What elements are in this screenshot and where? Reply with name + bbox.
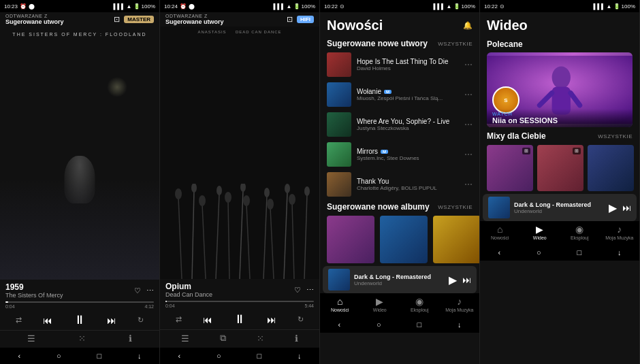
nav-music-3[interactable]: ♪ Moja Muzyka xyxy=(440,296,480,312)
more-btn-4[interactable]: ⋯ xyxy=(464,150,473,159)
svg-point-25 xyxy=(552,66,571,88)
bluetooth-icon-2: ⬤ xyxy=(189,3,195,10)
video-nav-icon-4: ▶ xyxy=(536,224,543,235)
mix-thumb-3[interactable] xyxy=(588,145,634,191)
nav-nowosci-4[interactable]: ⌂ Nowości xyxy=(480,224,520,240)
down-btn-1[interactable]: ↓ xyxy=(138,352,142,360)
mini-next-4[interactable]: ⏭ xyxy=(622,203,631,213)
sisters-reflection xyxy=(0,178,159,280)
more-btn-3[interactable]: ⋯ xyxy=(464,120,473,129)
progress-bar-bg-2[interactable] xyxy=(165,301,314,302)
video-nav-icon-3: ▶ xyxy=(376,296,383,307)
nav-wideo-4[interactable]: ▶ Wideo xyxy=(520,224,560,240)
track-name-1: 1959 xyxy=(5,282,63,292)
shuffle-btn-2[interactable]: ⇄ xyxy=(176,315,182,324)
casting-icon-4: ⊙ xyxy=(500,3,505,10)
more-btn-2[interactable]: ⋯ xyxy=(464,90,473,99)
time-4: 10:22 xyxy=(484,3,498,10)
mini-artist-4: Underworld xyxy=(514,208,605,214)
track-info-1: 1959 The Sisters Of Mercy ♡ ⋯ xyxy=(0,280,159,300)
track-item-5[interactable]: Thank You Charlotte Adigéry, BOLIS PUPUL… xyxy=(320,169,479,199)
svg-point-11 xyxy=(240,184,246,192)
recents-btn-3[interactable]: □ xyxy=(417,320,422,329)
section1-title: Sugerowane nowe utwory xyxy=(327,39,428,48)
heart-icon-1[interactable]: ♡ xyxy=(134,286,141,295)
all-btn-mixes[interactable]: WSZYSTKIE xyxy=(598,133,633,139)
next-btn-1[interactable]: ⏭ xyxy=(107,315,116,326)
track-item-2[interactable]: Wołanie M Miuosh, Zespół Pieśni i Tańca … xyxy=(320,80,479,110)
back-btn-3[interactable]: ‹ xyxy=(338,320,340,329)
down-btn-3[interactable]: ↓ xyxy=(458,320,462,329)
queue-icon-2[interactable]: ☰ xyxy=(181,333,189,344)
back-btn-2[interactable]: ‹ xyxy=(178,352,180,360)
nav-explore-3[interactable]: ◉ Eksplouj xyxy=(400,296,440,312)
svg-point-1 xyxy=(175,188,182,199)
bell-icon[interactable]: 🔔 xyxy=(463,21,473,30)
down-btn-2[interactable]: ↓ xyxy=(298,352,302,360)
featured-video[interactable]: S WATCH Niia on SESSIONS xyxy=(487,52,633,127)
wifi-icon: ▲ xyxy=(127,3,132,10)
mini-play-4[interactable]: ▶ xyxy=(609,201,617,214)
back-btn-4[interactable]: ‹ xyxy=(498,248,500,257)
track-item-3[interactable]: Where Are You, Sophie? - Live Justyna St… xyxy=(320,110,479,139)
queue-icon-1[interactable]: ☰ xyxy=(27,333,35,344)
play-btn-2[interactable]: ⏸ xyxy=(234,312,246,327)
play-btn-1[interactable]: ⏸ xyxy=(74,313,86,327)
svg-point-7 xyxy=(217,186,222,195)
more-icon-2[interactable]: ⋯ xyxy=(306,286,314,295)
mini-next-3[interactable]: ⏭ xyxy=(462,275,471,285)
shuffle-btn-1[interactable]: ⇄ xyxy=(16,316,22,325)
cast-icon-1[interactable]: ⊡ xyxy=(114,15,120,24)
home-btn-2[interactable]: ○ xyxy=(217,352,221,360)
album-art-1: THE SISTERS OF MERCY : FLOODLAND xyxy=(0,27,159,280)
svg-line-2 xyxy=(192,191,194,279)
home-btn-4[interactable]: ○ xyxy=(537,248,541,257)
progress-section-1[interactable]: 0:04 4:12 xyxy=(0,300,159,310)
cast-icon-2[interactable]: ⊡ xyxy=(287,15,293,24)
mini-player-3[interactable]: Dark & Long - Remastered Underworld ▶ ⏭ xyxy=(323,266,477,293)
home-btn-1[interactable]: ○ xyxy=(57,352,61,360)
explore-nav-label-3: Eksplouj xyxy=(411,308,428,312)
prev-btn-1[interactable]: ⏮ xyxy=(43,315,52,326)
track-artist-t3: Justyna Steczkowska xyxy=(357,125,459,131)
track-item-1[interactable]: Hope Is The Last Thing To Die David Holm… xyxy=(320,50,479,80)
info-icon-1[interactable]: ℹ xyxy=(129,333,132,344)
heart-icon-2[interactable]: ♡ xyxy=(294,286,301,295)
next-btn-2[interactable]: ⏭ xyxy=(267,314,276,325)
progress-section-2[interactable]: 0:04 5:44 xyxy=(160,299,319,310)
wifi-icon-3: ▲ xyxy=(447,3,452,10)
recents-btn-2[interactable]: □ xyxy=(257,352,262,360)
mix-icon-1[interactable]: ⁙ xyxy=(78,333,86,344)
nav-music-4[interactable]: ♪ Moja Muzyka xyxy=(600,224,640,240)
album-thumb-1[interactable] xyxy=(327,216,374,263)
bluetooth-icon: ⬤ xyxy=(29,3,35,10)
down-btn-4[interactable]: ↓ xyxy=(618,248,622,257)
mini-play-3[interactable]: ▶ xyxy=(449,274,457,286)
info-icon-2[interactable]: ℹ xyxy=(295,333,298,344)
nav-nowosci-3[interactable]: ⌂ Nowości xyxy=(320,296,360,312)
prev-btn-2[interactable]: ⏮ xyxy=(203,314,212,325)
repeat-btn-1[interactable]: ↻ xyxy=(138,316,144,325)
back-btn-1[interactable]: ‹ xyxy=(18,352,20,360)
mini-player-4[interactable]: Dark & Long - Remastered Underworld ▶ ⏭ xyxy=(483,194,637,221)
nav-wideo-3[interactable]: ▶ Wideo xyxy=(360,296,400,312)
album-thumb-3[interactable] xyxy=(433,216,479,263)
progress-bar-bg-1[interactable] xyxy=(5,301,154,303)
recents-btn-4[interactable]: □ xyxy=(577,248,582,257)
mix-icon-2[interactable]: ⁙ xyxy=(257,333,264,344)
music-nav-label-4: Moja Muzyka xyxy=(605,235,633,240)
mix-thumb-1[interactable]: ⊞ xyxy=(487,145,533,191)
album-thumb-2[interactable] xyxy=(380,216,428,263)
more-btn-1[interactable]: ⋯ xyxy=(464,60,473,69)
mix-thumb-2[interactable]: ⊞ xyxy=(537,145,583,191)
all-btn-2[interactable]: WSZYSTKIE xyxy=(438,204,473,210)
all-btn-1[interactable]: WSZYSTKIE xyxy=(438,41,473,47)
track-item-4[interactable]: Mirrors M System.Inc, Stee Downes ⋯ xyxy=(320,139,479,169)
more-icon-1[interactable]: ⋯ xyxy=(146,286,154,295)
lyrics-icon-2[interactable]: ⧉ xyxy=(220,333,226,344)
recents-btn-1[interactable]: □ xyxy=(97,352,102,360)
repeat-btn-2[interactable]: ↻ xyxy=(298,315,304,324)
more-btn-5[interactable]: ⋯ xyxy=(464,180,473,189)
home-btn-3[interactable]: ○ xyxy=(377,320,381,329)
nav-explore-4[interactable]: ◉ Eksplouj xyxy=(560,224,600,240)
